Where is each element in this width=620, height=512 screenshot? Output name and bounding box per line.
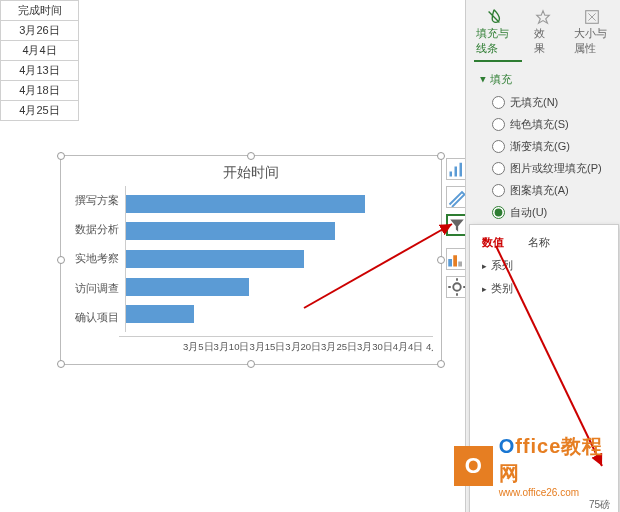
svg-rect-1: [455, 167, 458, 177]
resize-handle[interactable]: [57, 256, 65, 264]
svg-rect-3: [448, 259, 452, 267]
svg-rect-2: [460, 163, 463, 177]
svg-marker-9: [537, 11, 550, 24]
radio-gradient-fill[interactable]: 渐变填充(G): [492, 139, 606, 154]
tab-fill-line[interactable]: 填充与线条: [476, 8, 512, 56]
svg-rect-0: [450, 172, 453, 177]
section-fill[interactable]: 填充: [480, 72, 606, 87]
cell-row1[interactable]: 3月26日: [1, 21, 79, 41]
popup-tab-value[interactable]: 数值: [482, 235, 504, 250]
watermark-logo: O Office教程网 www.office26.com: [454, 433, 620, 498]
bar[interactable]: [126, 250, 304, 268]
tab-label: 填充与线条: [476, 26, 512, 56]
radio-solid-fill[interactable]: 纯色填充(S): [492, 117, 606, 132]
resize-handle[interactable]: [57, 152, 65, 160]
bar[interactable]: [126, 222, 335, 240]
tab-effect[interactable]: 效果: [534, 8, 552, 56]
logo-badge: O: [454, 446, 493, 486]
svg-rect-5: [458, 262, 462, 267]
radio-picture-fill[interactable]: 图片或纹理填充(P): [492, 161, 606, 176]
popup-series[interactable]: 系列: [470, 254, 618, 277]
logo-url: www.office26.com: [499, 487, 620, 498]
resize-handle[interactable]: [57, 360, 65, 368]
svg-point-6: [453, 283, 461, 291]
bar[interactable]: [126, 195, 365, 213]
x-axis-labels: 3月5日3月10日3月15日3月20日3月25日3月30日4月4日 4月9日4月…: [119, 336, 433, 360]
resize-handle[interactable]: [437, 152, 445, 160]
tab-label: 效果: [534, 26, 552, 56]
cell-row2[interactable]: 4月4日: [1, 41, 79, 61]
tab-label: 大小与属性: [574, 26, 610, 56]
tab-size-prop[interactable]: 大小与属性: [574, 8, 610, 56]
popup-bottom-label: 75磅: [589, 498, 610, 512]
bar[interactable]: [126, 278, 249, 296]
resize-handle[interactable]: [247, 360, 255, 368]
chart-object[interactable]: 开始时间 撰写方案 数据分析 实地考察 访问调查 确认项目 3月5日3月10日3…: [60, 155, 442, 365]
cell-row3[interactable]: 4月13日: [1, 61, 79, 81]
svg-rect-4: [453, 255, 457, 266]
popup-category[interactable]: 类别: [470, 277, 618, 300]
chart-title[interactable]: 开始时间: [61, 156, 441, 186]
column-header[interactable]: 完成时间: [1, 1, 79, 21]
y-axis-labels: 撰写方案 数据分析 实地考察 访问调查 确认项目: [69, 186, 125, 332]
resize-handle[interactable]: [247, 152, 255, 160]
resize-handle[interactable]: [437, 360, 445, 368]
cell-row5[interactable]: 4月25日: [1, 101, 79, 121]
bar[interactable]: [126, 305, 194, 323]
popup-tab-name[interactable]: 名称: [528, 235, 550, 250]
radio-no-fill[interactable]: 无填充(N): [492, 95, 606, 110]
radio-auto-fill[interactable]: 自动(U): [492, 205, 606, 220]
chart-plot-area[interactable]: [125, 186, 433, 332]
cell-row4[interactable]: 4月18日: [1, 81, 79, 101]
radio-pattern-fill[interactable]: 图案填充(A): [492, 183, 606, 198]
resize-handle[interactable]: [437, 256, 445, 264]
